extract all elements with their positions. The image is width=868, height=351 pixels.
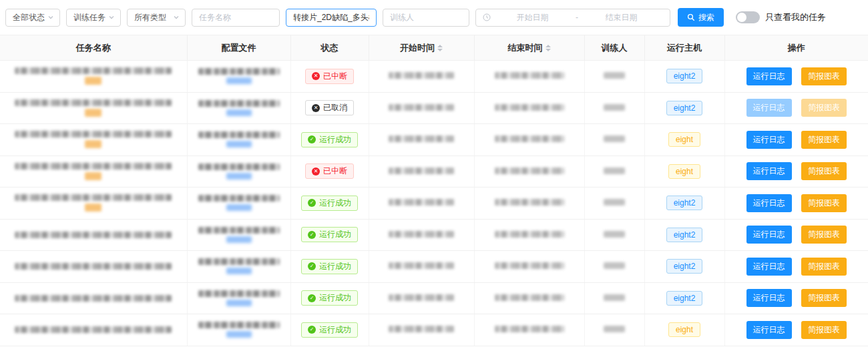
status-cell: ✓ 运行成功: [290, 282, 369, 314]
config-file-redacted: [198, 100, 280, 107]
trainer-cell: [584, 314, 644, 346]
task-name-redacted: [15, 67, 172, 74]
config-link-redacted[interactable]: [226, 141, 252, 147]
config-file-cell: [187, 314, 290, 346]
start-time-cell: [369, 282, 474, 314]
report-chart-button[interactable]: 简报图表: [801, 258, 847, 276]
trainer-redacted: [604, 135, 625, 142]
config-link-redacted[interactable]: [226, 173, 252, 180]
actions-cell: 运行日志 简报图表: [724, 282, 868, 314]
config-file-cell: [187, 92, 290, 124]
column-header[interactable]: 开始时间: [369, 35, 474, 61]
column-header-label: 配置文件: [222, 42, 256, 54]
chevron-down-icon: [47, 14, 54, 21]
status-cell: ✓ 运行成功: [290, 219, 369, 251]
report-chart-button[interactable]: 简报图表: [801, 67, 847, 85]
table-row: ✕ 已中断 eight 运行日志 简报图表: [0, 155, 868, 188]
column-header: 配置文件: [187, 35, 290, 61]
config-link-redacted[interactable]: [226, 77, 252, 84]
report-chart-button[interactable]: 简报图表: [801, 99, 847, 117]
status-cell: ✓ 运行成功: [290, 251, 369, 283]
category-filter-select[interactable]: 所有类型: [127, 9, 186, 27]
start-time-redacted: [389, 262, 454, 269]
column-header-label: 开始时间: [400, 42, 435, 54]
config-file-cell: [187, 155, 290, 188]
start-time-cell: [369, 251, 474, 283]
task-type-filter-value: 训练任务: [73, 12, 105, 23]
config-file-cell: [187, 219, 290, 251]
task-name-input[interactable]: [192, 9, 280, 27]
my-tasks-toggle[interactable]: [736, 11, 760, 23]
status-badge: ✓ 运行成功: [301, 227, 358, 242]
run-log-button[interactable]: 运行日志: [746, 321, 792, 339]
table-row: ✓ 运行成功 eight2 运行日志 简报图表: [0, 219, 868, 251]
start-date-placeholder[interactable]: 开始日期: [491, 12, 574, 23]
report-chart-button[interactable]: 简报图表: [801, 226, 847, 244]
config-file-cell: [187, 188, 290, 220]
column-header[interactable]: 结束时间: [474, 35, 584, 61]
run-log-button[interactable]: 运行日志: [746, 226, 792, 244]
start-time-cell: [369, 61, 474, 93]
task-name-cell: [0, 188, 187, 220]
trainer-input[interactable]: [383, 9, 469, 27]
task-type-filter-select[interactable]: 训练任务: [66, 9, 121, 27]
config-file-redacted: [198, 163, 280, 170]
trainer-redacted: [604, 72, 625, 79]
report-chart-button[interactable]: 简报图表: [801, 321, 847, 339]
end-date-placeholder[interactable]: 结束日期: [580, 12, 663, 23]
run-log-button[interactable]: 运行日志: [746, 162, 792, 180]
date-range-picker[interactable]: 开始日期 - 结束日期: [475, 9, 670, 27]
table-header: 任务名称配置文件状态开始时间结束时间训练人运行主机操作: [0, 35, 868, 61]
status-label: 已中断: [323, 71, 347, 82]
run-log-button[interactable]: 运行日志: [746, 99, 792, 117]
task-tag-redacted: [85, 204, 101, 212]
actions-cell: 运行日志 简报图表: [724, 155, 868, 188]
table-body: ✕ 已中断 eight2 运行日志 简报图表 ✕: [0, 61, 868, 346]
sort-carets-icon[interactable]: [437, 45, 443, 51]
actions-cell: 运行日志 简报图表: [724, 219, 868, 251]
run-log-button[interactable]: 运行日志: [746, 194, 792, 212]
run-log-button[interactable]: 运行日志: [746, 131, 792, 149]
end-time-cell: [474, 92, 584, 124]
status-icon: ✓: [308, 231, 316, 239]
trainer-cell: [584, 61, 644, 93]
host-badge: eight2: [666, 69, 703, 83]
start-time-cell: [369, 124, 474, 156]
status-filter-select[interactable]: 全部状态: [5, 9, 60, 27]
report-chart-button[interactable]: 简报图表: [801, 194, 847, 212]
status-label: 已中断: [323, 165, 347, 177]
start-time-redacted: [389, 104, 454, 111]
status-badge: ✕ 已中断: [305, 69, 354, 84]
run-log-button[interactable]: 运行日志: [746, 289, 792, 307]
config-file-redacted: [198, 227, 280, 234]
report-chart-button[interactable]: 简报图表: [801, 289, 847, 307]
task-name-redacted: [15, 295, 172, 302]
search-button[interactable]: 搜索: [678, 8, 724, 27]
end-time-cell: [474, 314, 584, 346]
config-link-redacted[interactable]: [226, 236, 252, 243]
run-log-button[interactable]: 运行日志: [746, 258, 792, 276]
end-time-redacted: [495, 135, 564, 142]
search-keyword-input[interactable]: [286, 9, 377, 27]
search-button-label: 搜索: [698, 12, 714, 23]
start-time-cell: [369, 314, 474, 346]
start-time-redacted: [389, 326, 454, 332]
column-header-label: 任务名称: [76, 42, 111, 54]
run-log-button[interactable]: 运行日志: [746, 67, 792, 85]
config-link-redacted[interactable]: [226, 331, 252, 338]
config-link-redacted[interactable]: [226, 300, 252, 306]
config-link-redacted[interactable]: [226, 204, 252, 211]
end-time-redacted: [495, 199, 564, 206]
report-chart-button[interactable]: 简报图表: [801, 131, 847, 149]
trainer-redacted: [604, 231, 625, 238]
config-link-redacted[interactable]: [226, 268, 252, 274]
status-icon: ✓: [308, 262, 316, 270]
config-link-redacted[interactable]: [226, 109, 252, 116]
status-icon: ✕: [312, 104, 320, 112]
sort-carets-icon[interactable]: [546, 45, 551, 51]
report-chart-button[interactable]: 简报图表: [801, 162, 847, 180]
trainer-redacted: [604, 199, 625, 206]
task-name-redacted: [15, 263, 172, 270]
actions-cell: 运行日志 简报图表: [724, 251, 868, 283]
task-name-cell: [0, 251, 187, 283]
